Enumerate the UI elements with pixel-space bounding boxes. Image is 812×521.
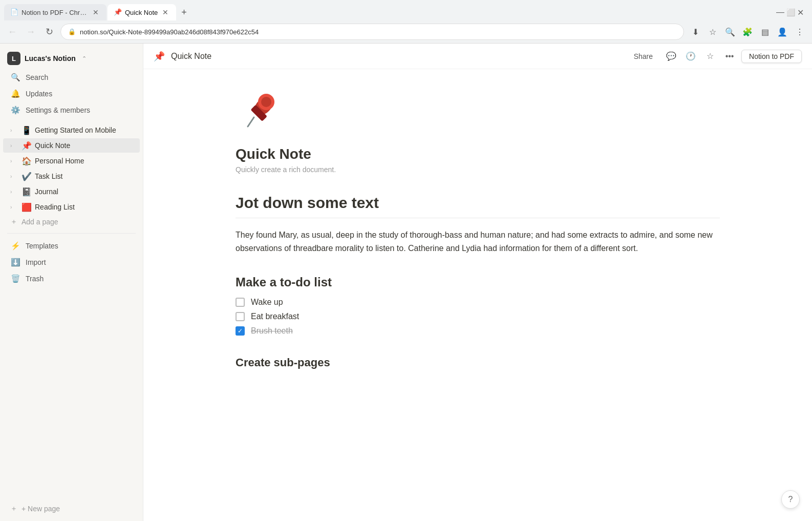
trash-label: Trash (26, 275, 44, 283)
zoom-icon[interactable]: 🔍 (723, 25, 737, 39)
top-bar-actions: Share 💬 🕐 ☆ ••• Notion to PDF (627, 49, 802, 64)
tab-1-favicon: 📄 (10, 8, 18, 16)
todo-label-3: Brush teeth (251, 326, 293, 336)
forward-button[interactable]: → (24, 25, 38, 39)
profile-icon[interactable]: 👤 (775, 25, 789, 39)
getting-started-label: Getting Started on Mobile (35, 126, 116, 134)
chevron-icon: › (10, 174, 18, 179)
sidebar-item-getting-started[interactable]: › 📱 Getting Started on Mobile (3, 123, 140, 137)
extensions-icon[interactable]: 🧩 (740, 25, 755, 39)
back-button[interactable]: ← (5, 25, 19, 39)
svg-point-3 (261, 97, 271, 107)
section-1-divider (236, 218, 720, 218)
browser-chrome: 📄 Notion to PDF - Chrome Web St... ✕ 📌 Q… (0, 0, 812, 44)
sidebar-item-updates[interactable]: 🔔 Updates (3, 86, 140, 101)
getting-started-icon: 📱 (22, 125, 32, 135)
section-1-body: They found Mary, as usual, deep in the s… (236, 228, 720, 255)
sidebar-item-reading-list[interactable]: › 🟥 Reading List (3, 200, 140, 214)
favorite-button[interactable]: ☆ (702, 49, 718, 64)
sidebar-item-search[interactable]: 🔍 Search (3, 70, 140, 85)
reading-list-icon: 🟥 (22, 202, 32, 212)
new-page-plus-icon: ＋ (10, 504, 17, 513)
todo-list: Wake up Eat breakfast ✓ Brush teeth (236, 298, 720, 336)
journal-label: Journal (35, 187, 58, 196)
tab-bar: 📄 Notion to PDF - Chrome Web St... ✕ 📌 Q… (0, 0, 812, 20)
sidebar-item-personal-home[interactable]: › 🏠 Personal Home (3, 154, 140, 168)
document-title: Quick Note (236, 146, 720, 162)
new-tab-button[interactable]: + (177, 7, 191, 18)
add-page-label: Add a page (22, 218, 58, 226)
tab-2[interactable]: 📌 Quick Note ✕ (108, 4, 176, 20)
tab-1-close[interactable]: ✕ (91, 8, 100, 17)
document-area: Quick Note Quickly create a rich documen… (143, 69, 812, 521)
add-page-button[interactable]: ＋ Add a page (3, 215, 140, 228)
import-icon: ⬇️ (10, 257, 20, 267)
tab-1[interactable]: 📄 Notion to PDF - Chrome Web St... ✕ (4, 4, 106, 20)
tab-1-title: Notion to PDF - Chrome Web St... (22, 9, 88, 16)
trash-icon: 🗑️ (10, 274, 20, 284)
sidebar-item-settings[interactable]: ⚙️ Settings & members (3, 102, 140, 118)
topbar-page-title: Quick Note (171, 52, 621, 61)
bookmark-icon[interactable]: ☆ (706, 25, 720, 39)
browser-controls-bar: ← → ↻ 🔒 notion.so/Quick-Note-899499a90ab… (0, 20, 812, 43)
tab-2-title: Quick Note (125, 9, 158, 16)
chevron-icon: › (10, 143, 18, 149)
section-1-heading: Jot down some text (236, 194, 720, 212)
chevron-icon: › (10, 128, 18, 133)
document-subtitle: Quickly create a rich document. (236, 165, 720, 174)
chevron-icon: › (10, 189, 18, 195)
download-icon[interactable]: ⬇ (688, 25, 702, 39)
maximize-button[interactable]: ⬜ (786, 8, 795, 17)
sidebar-item-task-list[interactable]: › ✔️ Task List (3, 169, 140, 183)
task-list-label: Task List (35, 172, 62, 180)
todo-item-2: Eat breakfast (236, 312, 720, 321)
sidebar-item-trash[interactable]: 🗑️ Trash (3, 271, 140, 286)
sidebar-item-quick-note[interactable]: › 📌 Quick Note (3, 138, 140, 153)
notion-to-pdf-button[interactable]: Notion to PDF (741, 50, 802, 63)
reading-list-label: Reading List (35, 203, 75, 211)
address-bar[interactable]: 🔒 notion.so/Quick-Note-899499a90ab246d08… (60, 24, 684, 40)
personal-home-label: Personal Home (35, 157, 84, 165)
history-button[interactable]: 🕐 (683, 49, 698, 64)
svg-line-4 (248, 117, 254, 127)
sidebar: L Lucas's Notion ⌃ 🔍 Search 🔔 Updates ⚙️… (0, 44, 143, 521)
sidebar-item-journal[interactable]: › 📓 Journal (3, 184, 140, 199)
quick-note-label: Quick Note (35, 141, 70, 150)
workspace-chevron-icon: ⌃ (82, 55, 87, 62)
url-text: notion.so/Quick-Note-899499a90ab246d08f8… (80, 28, 676, 36)
workspace-header[interactable]: L Lucas's Notion ⌃ (0, 48, 143, 69)
refresh-button[interactable]: ↻ (42, 25, 56, 39)
workspace-avatar: L (7, 52, 20, 65)
minimize-button[interactable]: — (776, 8, 784, 17)
browser-toolbar-right: ⬇ ☆ 🔍 🧩 ▤ 👤 ⋮ (688, 25, 807, 39)
settings-label: Settings & members (26, 106, 90, 114)
settings-icon: ⚙️ (10, 105, 20, 115)
sidebar-toggle-icon[interactable]: ▤ (758, 25, 772, 39)
sidebar-item-templates[interactable]: ⚡ Templates (3, 238, 140, 254)
more-options-button[interactable]: ••• (722, 49, 737, 64)
comment-button[interactable]: 💬 (664, 49, 679, 64)
todo-item-3: ✓ Brush teeth (236, 326, 720, 336)
personal-home-icon: 🏠 (22, 156, 32, 166)
app-body: L Lucas's Notion ⌃ 🔍 Search 🔔 Updates ⚙️… (0, 44, 812, 521)
close-button[interactable]: ✕ (797, 8, 804, 17)
chevron-icon: › (10, 204, 18, 210)
pin-svg (236, 90, 282, 136)
todo-label-1: Wake up (251, 298, 283, 307)
window-controls: — ⬜ ✕ (776, 8, 808, 17)
more-options-icon[interactable]: ⋮ (793, 25, 807, 39)
search-label: Search (26, 73, 48, 81)
search-icon: 🔍 (10, 72, 20, 82)
todo-checkbox-2[interactable] (236, 312, 245, 321)
sidebar-item-import[interactable]: ⬇️ Import (3, 255, 140, 270)
chevron-icon: › (10, 158, 18, 164)
tab-2-close[interactable]: ✕ (161, 8, 170, 17)
sidebar-divider (7, 233, 136, 234)
todo-checkbox-3[interactable]: ✓ (236, 326, 245, 336)
topbar-page-icon: 📌 (154, 51, 165, 62)
todo-checkbox-1[interactable] (236, 298, 245, 307)
top-bar: 📌 Quick Note Share 💬 🕐 ☆ ••• Notion to P… (143, 44, 812, 69)
new-page-button[interactable]: ＋ + New page (3, 501, 140, 516)
share-button[interactable]: Share (627, 50, 659, 63)
help-button[interactable]: ? (781, 490, 800, 509)
